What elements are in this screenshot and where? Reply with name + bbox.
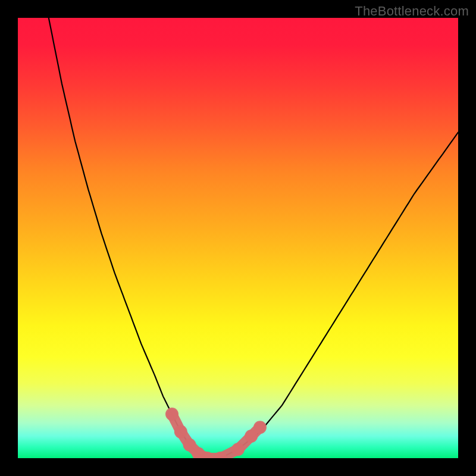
optimal-range-dots: [165, 408, 267, 458]
chart-container: TheBottleneck.com: [0, 0, 476, 476]
chart-svg: [18, 18, 458, 458]
bottleneck-curve: [49, 18, 458, 458]
optimal-range-dot: [165, 408, 178, 421]
watermark-text: TheBottleneck.com: [355, 4, 469, 19]
plot-area: [18, 18, 458, 458]
optimal-range-dot: [231, 443, 245, 456]
optimal-range-dot: [253, 421, 267, 434]
optimal-range-dot: [174, 425, 187, 439]
